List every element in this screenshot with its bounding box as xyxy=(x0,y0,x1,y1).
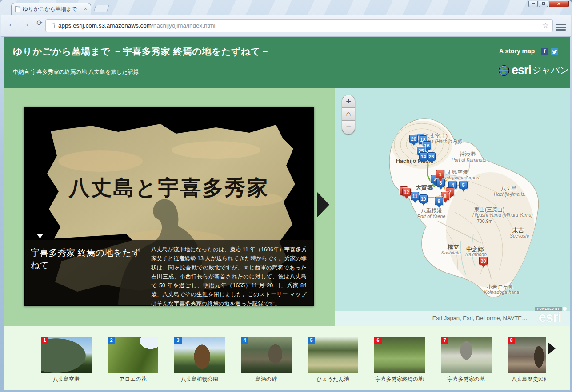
thumbnail-item-6[interactable]: 6宇喜多秀家終焉の地 xyxy=(374,337,425,383)
address-bar[interactable]: apps.esrij.com.s3.amazonaws.com/hachijyo… xyxy=(45,19,553,32)
carousel-next-arrow[interactable] xyxy=(548,342,556,355)
map-label-en-9: Kashitate xyxy=(441,250,461,255)
map-marker-30[interactable]: 30 xyxy=(479,257,488,265)
thumbnail-photo-4[interactable]: 4 xyxy=(241,337,292,373)
browser-tab[interactable]: ゆりかごから墓場まで － × xyxy=(11,3,91,15)
thumbnail-item-4[interactable]: 4島酒の碑 xyxy=(241,337,292,383)
map-marker-20[interactable]: 20 xyxy=(409,135,418,143)
thumbnail-badge-6: 6 xyxy=(374,337,382,344)
map-panel[interactable]: (八丈富士)Yama (Hachijo Fuji)神湊港Port of Kami… xyxy=(335,88,570,326)
thumbnail-item-3[interactable]: 3八丈島植物公園 xyxy=(174,337,225,383)
page-icon xyxy=(15,6,20,12)
map-attribution-text: Esri Japan, Esri, DeLorme, NAVTE… xyxy=(432,315,528,321)
thumbnail-item-5[interactable]: 5ひょうたん池 xyxy=(308,337,358,383)
map-marker-26[interactable]: 26 xyxy=(427,152,436,161)
back-button[interactable]: ← xyxy=(6,19,18,29)
map-label-sub-7: 700.9m xyxy=(477,218,492,224)
thumbnail-caption-5: ひょうたん池 xyxy=(308,376,358,383)
thumbnail-photo-7[interactable]: 7 xyxy=(441,337,492,373)
thumbnail-caption-7: 宇喜多秀家の墓 xyxy=(441,376,492,383)
map-marker-10[interactable]: 10 xyxy=(419,194,428,203)
map-label-en-6: Hachijo-jima Is. xyxy=(494,191,526,197)
thumbnail-badge-2: 2 xyxy=(108,337,115,344)
thumbnail-item-7[interactable]: 7宇喜多秀家の墓 xyxy=(441,337,492,383)
thumbnail-caption-4: 島酒の碑 xyxy=(241,376,292,383)
slide-title: 八丈島と宇喜多秀家 xyxy=(68,175,269,200)
close-icon: ✕ xyxy=(557,1,560,6)
window-controls: ✕ xyxy=(528,1,569,7)
tab-close-icon[interactable]: × xyxy=(84,6,87,12)
powered-by-esri-logo: POWERED BY esri xyxy=(532,307,568,325)
next-slide-arrow[interactable] xyxy=(317,192,329,218)
url-path: /hachijyojima/index.html xyxy=(152,22,215,29)
esri-logo-text: esri xyxy=(532,309,568,325)
thumbnail-badge-3: 3 xyxy=(174,337,182,344)
web-page: ゆりかごから墓場まで －宇喜多秀家 終焉の地をたずねて－ 中納言 宇喜多秀家の終… xyxy=(4,37,570,390)
twitter-icon xyxy=(552,49,557,55)
thumbnail-caption-2: アロエの花 xyxy=(108,376,158,383)
basemap xyxy=(335,88,570,326)
close-window-button[interactable]: ✕ xyxy=(549,1,569,7)
caption-toggle-icon[interactable] xyxy=(37,234,43,238)
browser-window: ✕ ゆりかごから墓場まで － × ← → ⟳ apps.esrij.com.s3… xyxy=(0,0,572,392)
maximize-button[interactable] xyxy=(539,1,548,7)
thumbnail-badge-4: 4 xyxy=(241,337,248,344)
page-title: ゆりかごから墓場まで －宇喜多秀家 終焉の地をたずねて－ xyxy=(13,45,270,58)
map-marker-5[interactable]: 5 xyxy=(459,181,468,189)
map-marker-12[interactable]: 12 xyxy=(402,188,411,196)
map-label-en-3: Hachijojima Airport xyxy=(440,175,480,180)
thumbnail-caption-1: 八丈島空港 xyxy=(41,376,92,383)
thumbnail-item-2[interactable]: 2アロエの花 xyxy=(108,337,158,383)
zoom-out-button[interactable]: − xyxy=(342,121,355,134)
thumbnail-photo-1[interactable]: 1 xyxy=(41,337,92,373)
thumbnail-photo-2[interactable]: 2 xyxy=(108,337,158,373)
thumbnail-photo-5[interactable]: 5 xyxy=(308,337,358,373)
thumbnail-caption-8: 八丈島歴史民俗資 xyxy=(508,376,546,383)
story-panel: 八丈島と宇喜多秀家 宇喜多秀家 終焉の地をたずねて 八丈島が流刑地になったのは、… xyxy=(4,88,335,326)
thumbnail-photo-3[interactable]: 3 xyxy=(174,337,225,373)
map-marker-11[interactable]: 11 xyxy=(411,192,419,200)
story-map-label[interactable]: A story map xyxy=(499,48,535,55)
twitter-share-button[interactable] xyxy=(551,48,558,55)
thumbnail-item-8[interactable]: 8八丈島歴史民俗資 xyxy=(508,337,546,383)
story-header: ゆりかごから墓場まで －宇喜多秀家 終焉の地をたずねて－ 中納言 宇喜多秀家の終… xyxy=(4,37,570,88)
map-label-en-1: Port of Kaminato xyxy=(452,157,486,162)
zoom-in-button[interactable]: + xyxy=(342,95,355,108)
thumbnail-caption-3: 八丈島植物公園 xyxy=(174,376,225,383)
minimize-button[interactable] xyxy=(528,1,538,7)
thumbnail-strip: 1八丈島空港2アロエの花3八丈島植物公園4島酒の碑5ひょうたん池6宇喜多秀家終焉… xyxy=(4,326,546,390)
url-page-icon xyxy=(50,23,55,28)
map-label-en-8: Sueyoshi xyxy=(510,233,529,238)
thumbnail-photo-6[interactable]: 6 xyxy=(374,337,425,373)
url-domain: apps.esrij.com.s3.amazonaws.com xyxy=(58,22,152,29)
caption-title: 宇喜多秀家 終焉の地をたずねて xyxy=(31,246,147,271)
thumbnail-badge-1: 1 xyxy=(41,337,48,344)
map-label-en-5: Port of Yaene xyxy=(417,214,445,219)
thumbnail-photo-8[interactable]: 8 xyxy=(508,337,546,373)
facebook-share-button[interactable]: f xyxy=(541,48,548,55)
maximize-icon xyxy=(542,2,545,5)
map-marker-9[interactable]: 9 xyxy=(435,197,443,205)
story-slide-frame: 八丈島と宇喜多秀家 宇喜多秀家 終焉の地をたずねて 八丈島が流刑地になったのは、… xyxy=(24,107,314,306)
home-extent-button[interactable]: ⌂ xyxy=(342,108,355,121)
thumbnail-badge-7: 7 xyxy=(441,337,448,344)
new-tab-button[interactable] xyxy=(93,5,109,12)
esri-japan-logo: esri ジャパン xyxy=(498,63,569,77)
caption-text: 八丈島が流刑地になったのは、慶応 11 年（1606年）宇喜多秀家父子と従者総勢… xyxy=(151,245,307,308)
bookmark-star-icon[interactable]: ☆ xyxy=(542,21,549,30)
map-marker-1[interactable]: 1 xyxy=(436,170,444,178)
tab-title: ゆりかごから墓場まで － xyxy=(23,5,81,13)
map-marker-14[interactable]: 14 xyxy=(419,152,428,161)
text-caret xyxy=(216,22,216,29)
chrome-menu-button[interactable] xyxy=(556,24,566,31)
forward-button[interactable]: → xyxy=(20,19,31,29)
caption-overlay: 宇喜多秀家 終焉の地をたずねて 八丈島が流刑地になったのは、慶応 11 年（16… xyxy=(25,240,313,305)
thumbnail-item-1[interactable]: 1八丈島空港 xyxy=(41,337,92,383)
reload-button[interactable]: ⟳ xyxy=(34,19,45,27)
thumbnail-badge-8: 8 xyxy=(508,337,515,344)
map-zoom-control: + ⌂ − xyxy=(342,95,355,135)
thumbnail-caption-6: 宇喜多秀家終焉の地 xyxy=(374,376,425,383)
main-area: 八丈島と宇喜多秀家 宇喜多秀家 終焉の地をたずねて 八丈島が流刑地になったのは、… xyxy=(4,88,570,326)
facebook-icon: f xyxy=(544,48,545,55)
map-label-en-11: Koiwadoga-hana xyxy=(484,289,519,295)
